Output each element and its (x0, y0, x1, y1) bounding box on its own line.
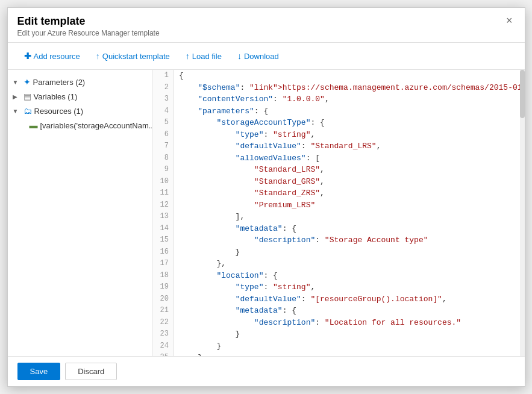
dialog-title: Edit template (17, 15, 160, 28)
line-code: }, (174, 352, 525, 356)
line-code: "metadata": { (174, 305, 525, 317)
save-button[interactable]: Save (17, 363, 61, 380)
line-number: 7 (152, 140, 174, 152)
dialog-subtitle: Edit your Azure Resource Manager templat… (17, 29, 160, 37)
line-number: 1 (152, 70, 174, 82)
table-row: 20 "defaultValue": "[resourceGroup().loc… (152, 293, 525, 305)
table-row: 1{ (152, 70, 525, 82)
table-row: 16 } (152, 246, 525, 258)
variables-icon: ▤ (23, 92, 31, 101)
table-row: 7 "defaultValue": "Standard_LRS", (152, 140, 525, 152)
sidebar-item-variables[interactable]: ▶ ▤ Variables (1) (8, 89, 152, 104)
plus-icon: ✚ (24, 51, 31, 61)
line-number: 6 (152, 129, 174, 141)
add-resource-button[interactable]: ✚ Add resource (17, 48, 87, 64)
line-code: "Standard_GRS", (174, 176, 525, 188)
dialog-header: Edit template Edit your Azure Resource M… (8, 8, 525, 43)
table-row: 12 "Premium_LRS" (152, 199, 525, 211)
line-code: "contentVersion": "1.0.0.0", (174, 93, 525, 105)
close-button[interactable]: × (504, 15, 515, 26)
toolbar: ✚ Add resource ↑ Quickstart template ↑ L… (8, 43, 525, 70)
table-row: 18 "location": { (152, 270, 525, 282)
line-code: } (174, 328, 525, 340)
line-code: "parameters": { (174, 105, 525, 117)
line-code: "description": "Location for all resourc… (174, 317, 525, 329)
line-code: "Standard_ZRS", (174, 187, 525, 199)
sidebar-item-parameters[interactable]: ▼ ✦ Parameters (2) (8, 75, 152, 89)
line-code: "metadata": { (174, 223, 525, 235)
table-row: 6 "type": "string", (152, 129, 525, 141)
table-row: 4 "parameters": { (152, 105, 525, 117)
line-number: 15 (152, 234, 174, 246)
sidebar-item-resources[interactable]: ▼ 🗂 Resources (1) (8, 104, 152, 118)
table-row: 25 }, (152, 352, 525, 356)
line-number: 18 (152, 270, 174, 282)
line-code: "description": "Storage Account type" (174, 234, 525, 246)
table-row: 3 "contentVersion": "1.0.0.0", (152, 93, 525, 105)
table-row: 22 "description": "Location for all reso… (152, 317, 525, 329)
line-number: 14 (152, 223, 174, 235)
table-row: 5 "storageAccountType": { (152, 117, 525, 129)
line-code: } (174, 246, 525, 258)
editor-area: 1{2 "$schema": "link">https://schema.man… (152, 70, 525, 356)
line-code: "Standard_LRS", (174, 164, 525, 176)
line-code: "storageAccountType": { (174, 117, 525, 129)
line-number: 2 (152, 82, 174, 94)
sidebar: ▼ ✦ Parameters (2) ▶ ▤ Variables (1) ▼ 🗂… (8, 70, 152, 356)
table-row: 8 "allowedValues": [ (152, 152, 525, 164)
table-row: 13 ], (152, 211, 525, 223)
table-row: 10 "Standard_GRS", (152, 176, 525, 188)
line-number: 25 (152, 352, 174, 356)
table-row: 9 "Standard_LRS", (152, 164, 525, 176)
line-code: "type": "string", (174, 281, 525, 293)
line-number: 24 (152, 340, 174, 352)
table-row: 23 } (152, 328, 525, 340)
line-code: ], (174, 211, 525, 223)
line-number: 13 (152, 211, 174, 223)
line-code: "location": { (174, 270, 525, 282)
line-number: 5 (152, 117, 174, 129)
download-button[interactable]: ↓ Download (231, 48, 286, 64)
line-code: "defaultValue": "Standard_LRS", (174, 140, 525, 152)
line-number: 16 (152, 246, 174, 258)
chevron-down-icon-2: ▼ (13, 108, 21, 114)
table-row: 14 "metadata": { (152, 223, 525, 235)
line-code: }, (174, 258, 525, 270)
quickstart-template-button[interactable]: ↑ Quickstart template (89, 48, 177, 64)
line-number: 20 (152, 293, 174, 305)
main-area: ▼ ✦ Parameters (2) ▶ ▤ Variables (1) ▼ 🗂… (8, 70, 525, 356)
scrollbar-thumb[interactable] (520, 70, 525, 118)
line-number: 11 (152, 187, 174, 199)
line-number: 3 (152, 93, 174, 105)
load-file-button[interactable]: ↑ Load file (179, 48, 228, 64)
scrollbar-track[interactable] (520, 70, 525, 356)
download-icon: ↓ (237, 51, 242, 61)
line-code: "allowedValues": [ (174, 152, 525, 164)
line-code: "Premium_LRS" (174, 199, 525, 211)
chevron-right-icon: ▶ (13, 93, 21, 100)
table-row: 24 } (152, 340, 525, 352)
line-number: 10 (152, 176, 174, 188)
chevron-down-icon: ▼ (13, 79, 21, 86)
sidebar-item-resource-child[interactable]: ▬ [variables('storageAccountNam... (8, 118, 152, 133)
line-number: 22 (152, 317, 174, 329)
resources-icon: 🗂 (23, 106, 32, 116)
quickstart-label: Quickstart template (102, 52, 170, 61)
discard-button[interactable]: Discard (65, 363, 117, 380)
line-code: "$schema": "link">https://schema.managem… (174, 82, 525, 94)
line-code: } (174, 340, 525, 352)
line-code: "type": "string", (174, 129, 525, 141)
editor-content[interactable]: 1{2 "$schema": "link">https://schema.man… (152, 70, 525, 356)
resources-label: Resources (1) (34, 107, 84, 116)
table-row: 19 "type": "string", (152, 281, 525, 293)
table-row: 2 "$schema": "link">https://schema.manag… (152, 82, 525, 94)
resource-item-label: [variables('storageAccountNam... (40, 121, 152, 130)
quickstart-icon: ↑ (96, 51, 100, 61)
line-code: "defaultValue": "[resourceGroup().locati… (174, 293, 525, 305)
table-row: 15 "description": "Storage Account type" (152, 234, 525, 246)
upload-icon: ↑ (186, 51, 190, 61)
table-row: 17 }, (152, 258, 525, 270)
line-number: 12 (152, 199, 174, 211)
line-number: 21 (152, 305, 174, 317)
table-row: 11 "Standard_ZRS", (152, 187, 525, 199)
